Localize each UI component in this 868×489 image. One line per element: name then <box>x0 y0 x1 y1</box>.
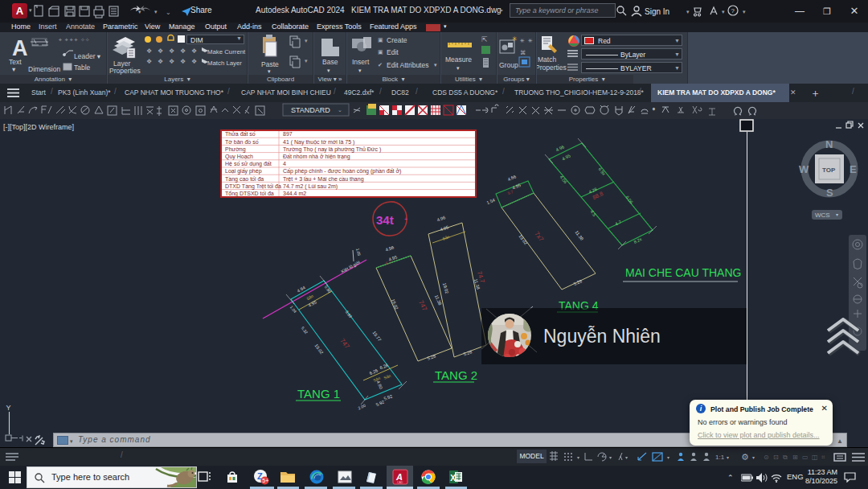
svg-text:N: N <box>825 138 833 150</box>
svg-text:Tờ bản đồ số: Tờ bản đồ số <box>225 138 259 145</box>
svg-text:TANG 1: TANG 1 <box>297 387 340 401</box>
svg-text:Match Layer: Match Layer <box>207 60 242 67</box>
svg-text:Sân: Sân <box>383 373 392 380</box>
svg-text:Sân: Sân <box>442 234 451 241</box>
svg-text:Phường: Phường <box>225 146 246 153</box>
svg-text:6.9x: 6.9x <box>597 166 606 176</box>
svg-text:▾: ▾ <box>358 68 362 73</box>
svg-text:4: 4 <box>283 161 286 166</box>
svg-text:11.38: 11.38 <box>574 230 584 241</box>
svg-text:❖: ❖ <box>146 47 152 55</box>
svg-text:▭: ▭ <box>802 454 809 461</box>
svg-text:34t: 34t <box>376 213 394 227</box>
svg-text:Make Current: Make Current <box>207 48 246 55</box>
svg-text:19.02: 19.02 <box>313 343 324 355</box>
svg-text:❖: ❖ <box>158 47 163 55</box>
svg-text:Nguyễn Nhiên: Nguyễn Nhiên <box>543 326 661 347</box>
svg-text:1.54: 1.54 <box>486 198 496 206</box>
svg-text:0.96: 0.96 <box>324 285 333 294</box>
svg-text:19.77: 19.77 <box>371 331 382 343</box>
svg-text:7x7: 7x7 <box>533 230 545 243</box>
svg-text:▣: ▣ <box>378 37 383 43</box>
svg-text:A: A <box>12 36 28 60</box>
svg-text:✔: ✔ <box>378 62 383 68</box>
svg-text:Kiệt lộ giới: Kiệt lộ giới <box>340 260 361 274</box>
svg-text:⚙: ⚙ <box>741 452 749 462</box>
svg-text:747: 747 <box>417 299 428 312</box>
svg-text:◫: ◫ <box>812 454 818 461</box>
svg-text:❖: ❖ <box>191 58 197 65</box>
svg-text:4.95: 4.95 <box>308 299 317 308</box>
svg-text:Tổng DTSXD tối đa: Tổng DTSXD tối đa <box>225 190 274 197</box>
svg-text:2.00: 2.00 <box>357 403 366 411</box>
svg-text:Sign In: Sign In <box>645 7 669 16</box>
svg-text:41 ( Nay thuộc tờ mới là 75 ): 41 ( Nay thuộc tờ mới là 75 ) <box>283 139 354 146</box>
svg-text:⌗: ⌗ <box>821 454 825 461</box>
svg-text:[-][Top][2D Wireframe]: [-][Top][2D Wireframe] <box>3 123 74 131</box>
svg-text:Thửa đất số: Thửa đất số <box>225 130 256 137</box>
svg-text:TANG 2: TANG 2 <box>435 368 477 382</box>
svg-text:W: W <box>799 163 809 175</box>
svg-text:4.94: 4.94 <box>297 285 306 294</box>
svg-text:⧉: ⧉ <box>783 454 788 461</box>
svg-text:▾: ▾ <box>327 68 330 73</box>
svg-text:Tầng cao tối đa: Tầng cao tối đa <box>225 175 264 183</box>
svg-text:▾: ▾ <box>305 38 308 43</box>
svg-text:X: X <box>450 474 456 483</box>
svg-text:5.32: 5.32 <box>301 326 309 335</box>
svg-text:⌄: ⌄ <box>166 9 171 16</box>
svg-text:74.7 m2 ( Lùi sau 2m): 74.7 m2 ( Lùi sau 2m) <box>283 183 338 190</box>
svg-text:Measure: Measure <box>445 55 472 64</box>
svg-text:▾: ▾ <box>609 455 612 460</box>
svg-text:Leader ▾: Leader ▾ <box>74 52 101 60</box>
svg-text:4.96: 4.96 <box>385 244 395 252</box>
svg-text:▾: ▾ <box>138 9 141 14</box>
svg-text:4.95: 4.95 <box>512 183 522 191</box>
svg-text:▾: ▾ <box>686 9 690 14</box>
svg-text:?: ? <box>731 7 735 14</box>
svg-text:°: ° <box>653 108 655 113</box>
svg-text:▾: ▾ <box>836 212 838 217</box>
svg-text:⇱: ⇱ <box>481 35 488 43</box>
svg-text:✳: ✳ <box>528 38 533 43</box>
svg-text:5.92: 5.92 <box>375 399 385 407</box>
svg-text:5+: 5+ <box>262 478 268 483</box>
svg-text:5.28: 5.28 <box>463 349 473 356</box>
svg-text:▾: ▾ <box>268 68 271 74</box>
svg-text:✳: ✳ <box>520 38 525 43</box>
svg-text:❖: ❖ <box>169 47 174 55</box>
svg-text:+: + <box>404 216 407 222</box>
svg-text:4.5: 4.5 <box>589 209 596 217</box>
svg-text:❖: ❖ <box>146 58 152 65</box>
svg-text:❖: ❖ <box>169 58 174 65</box>
svg-text:❖: ❖ <box>180 47 186 55</box>
svg-text:Dimension: Dimension <box>28 65 60 73</box>
svg-text:❖: ❖ <box>180 58 186 65</box>
svg-text:5.28: 5.28 <box>427 353 436 360</box>
svg-text:5.92: 5.92 <box>383 393 393 401</box>
svg-text:▾: ▾ <box>434 62 437 68</box>
svg-text:✳: ✳ <box>512 35 518 43</box>
svg-text:WCS: WCS <box>815 212 830 219</box>
svg-text:E: E <box>850 163 857 175</box>
svg-text:Create: Create <box>387 36 407 44</box>
svg-text:⌘: ⌘ <box>520 50 526 55</box>
svg-text:6.06: 6.06 <box>624 195 633 204</box>
svg-text:19.02: 19.02 <box>442 282 450 294</box>
svg-text:747: 747 <box>338 337 351 351</box>
svg-text:▾: ▾ <box>625 455 628 460</box>
svg-text:▾: ▾ <box>305 58 308 64</box>
svg-text:Group: Group <box>499 61 518 69</box>
svg-text:4.96: 4.96 <box>555 144 565 152</box>
svg-text:Đất nhóm nhà ở hiện trạng: Đất nhóm nhà ở hiện trạng <box>283 153 350 160</box>
svg-text:▾: ▾ <box>727 455 729 460</box>
svg-text:1:1: 1:1 <box>715 454 725 461</box>
svg-text:Edit: Edit <box>387 48 399 56</box>
svg-text:Edit Attributes: Edit Attributes <box>387 61 428 69</box>
svg-text:Cấp phép chính - được hoàn côn: Cấp phép chính - được hoàn công (phần đấ… <box>283 167 401 175</box>
svg-text:▣: ▣ <box>378 49 383 55</box>
svg-text:▾: ▾ <box>722 9 725 14</box>
svg-text:1.05: 1.05 <box>355 248 362 257</box>
svg-text:6.26: 6.26 <box>379 363 389 370</box>
svg-text:4.90: 4.90 <box>376 380 384 389</box>
